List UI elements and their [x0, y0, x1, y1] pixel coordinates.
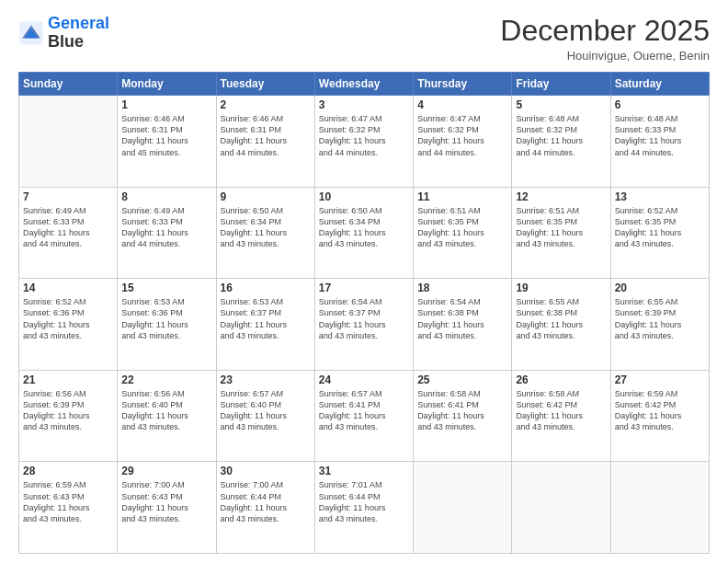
cell-info: Sunrise: 6:48 AM Sunset: 6:32 PM Dayligh… — [516, 113, 606, 158]
day-number: 5 — [516, 98, 606, 111]
day-number: 22 — [121, 373, 211, 386]
day-number: 12 — [516, 190, 606, 203]
day-number: 4 — [417, 98, 507, 111]
day-number: 8 — [121, 190, 211, 203]
day-number: 28 — [23, 465, 113, 477]
cell-info: Sunrise: 6:46 AM Sunset: 6:31 PM Dayligh… — [221, 113, 311, 158]
calendar-week-row: 1Sunrise: 6:46 AM Sunset: 6:31 PM Daylig… — [19, 96, 710, 188]
day-header-wednesday: Wednesday — [314, 73, 413, 96]
cell-info: Sunrise: 6:50 AM Sunset: 6:34 PM Dayligh… — [221, 205, 311, 250]
calendar-cell — [19, 96, 118, 188]
calendar-cell: 27Sunrise: 6:59 AM Sunset: 6:42 PM Dayli… — [610, 370, 709, 462]
cell-info: Sunrise: 7:00 AM Sunset: 6:44 PM Dayligh… — [221, 479, 311, 524]
calendar-cell: 13Sunrise: 6:52 AM Sunset: 6:35 PM Dayli… — [610, 187, 709, 279]
day-header-monday: Monday — [118, 73, 216, 96]
calendar-cell: 18Sunrise: 6:54 AM Sunset: 6:38 PM Dayli… — [414, 279, 512, 371]
day-number: 27 — [615, 373, 705, 386]
calendar-week-row: 28Sunrise: 6:59 AM Sunset: 6:43 PM Dayli… — [19, 462, 710, 554]
month-title: December 2025 — [500, 15, 710, 47]
day-number: 1 — [121, 98, 211, 111]
cell-info: Sunrise: 6:55 AM Sunset: 6:39 PM Dayligh… — [615, 296, 705, 341]
day-number: 16 — [221, 282, 311, 294]
day-number: 17 — [319, 282, 409, 294]
day-number: 6 — [615, 98, 705, 111]
cell-info: Sunrise: 6:59 AM Sunset: 6:42 PM Dayligh… — [615, 388, 705, 433]
calendar-cell: 15Sunrise: 6:53 AM Sunset: 6:36 PM Dayli… — [118, 279, 216, 371]
day-number: 19 — [516, 282, 606, 294]
day-number: 10 — [319, 190, 409, 203]
calendar-header-row: SundayMondayTuesdayWednesdayThursdayFrid… — [19, 73, 710, 96]
cell-info: Sunrise: 6:51 AM Sunset: 6:35 PM Dayligh… — [516, 205, 606, 250]
cell-info: Sunrise: 7:00 AM Sunset: 6:43 PM Dayligh… — [121, 479, 211, 524]
calendar-cell: 2Sunrise: 6:46 AM Sunset: 6:31 PM Daylig… — [216, 96, 314, 188]
header: General Blue December 2025 Houinvigue, O… — [18, 15, 710, 63]
day-number: 2 — [221, 98, 311, 111]
calendar-cell: 1Sunrise: 6:46 AM Sunset: 6:31 PM Daylig… — [118, 96, 216, 188]
calendar-cell — [512, 462, 610, 554]
calendar-cell: 3Sunrise: 6:47 AM Sunset: 6:32 PM Daylig… — [314, 96, 413, 188]
day-header-thursday: Thursday — [414, 73, 512, 96]
day-header-sunday: Sunday — [19, 73, 118, 96]
day-number: 29 — [121, 465, 211, 477]
day-number: 7 — [23, 190, 113, 203]
logo-icon — [18, 20, 44, 46]
calendar-cell: 17Sunrise: 6:54 AM Sunset: 6:37 PM Dayli… — [314, 279, 413, 371]
cell-info: Sunrise: 6:52 AM Sunset: 6:35 PM Dayligh… — [615, 205, 705, 250]
calendar-cell: 9Sunrise: 6:50 AM Sunset: 6:34 PM Daylig… — [216, 187, 314, 279]
calendar-cell: 31Sunrise: 7:01 AM Sunset: 6:44 PM Dayli… — [314, 462, 413, 554]
cell-info: Sunrise: 6:49 AM Sunset: 6:33 PM Dayligh… — [121, 205, 211, 250]
cell-info: Sunrise: 6:54 AM Sunset: 6:38 PM Dayligh… — [417, 296, 507, 341]
day-number: 31 — [319, 465, 409, 477]
cell-info: Sunrise: 6:53 AM Sunset: 6:37 PM Dayligh… — [221, 296, 311, 341]
calendar-cell: 29Sunrise: 7:00 AM Sunset: 6:43 PM Dayli… — [118, 462, 216, 554]
cell-info: Sunrise: 6:54 AM Sunset: 6:37 PM Dayligh… — [319, 296, 409, 341]
calendar-cell: 25Sunrise: 6:58 AM Sunset: 6:41 PM Dayli… — [414, 370, 512, 462]
cell-info: Sunrise: 6:51 AM Sunset: 6:35 PM Dayligh… — [417, 205, 507, 250]
day-number: 14 — [23, 282, 113, 294]
calendar-week-row: 21Sunrise: 6:56 AM Sunset: 6:39 PM Dayli… — [19, 370, 710, 462]
calendar-cell: 12Sunrise: 6:51 AM Sunset: 6:35 PM Dayli… — [512, 187, 610, 279]
day-number: 26 — [516, 373, 606, 386]
calendar-cell: 26Sunrise: 6:58 AM Sunset: 6:42 PM Dayli… — [512, 370, 610, 462]
day-number: 24 — [319, 373, 409, 386]
calendar-cell — [610, 462, 709, 554]
day-number: 13 — [615, 190, 705, 203]
day-number: 25 — [417, 373, 507, 386]
calendar-cell: 11Sunrise: 6:51 AM Sunset: 6:35 PM Dayli… — [414, 187, 512, 279]
cell-info: Sunrise: 6:46 AM Sunset: 6:31 PM Dayligh… — [121, 113, 211, 158]
location: Houinvigue, Oueme, Benin — [500, 49, 710, 63]
calendar-cell: 23Sunrise: 6:57 AM Sunset: 6:40 PM Dayli… — [216, 370, 314, 462]
calendar-cell: 28Sunrise: 6:59 AM Sunset: 6:43 PM Dayli… — [19, 462, 118, 554]
day-number: 15 — [121, 282, 211, 294]
calendar-cell: 6Sunrise: 6:48 AM Sunset: 6:33 PM Daylig… — [610, 96, 709, 188]
calendar-cell: 21Sunrise: 6:56 AM Sunset: 6:39 PM Dayli… — [19, 370, 118, 462]
logo-text: General Blue — [48, 15, 109, 52]
cell-info: Sunrise: 6:50 AM Sunset: 6:34 PM Dayligh… — [319, 205, 409, 250]
calendar-body: 1Sunrise: 6:46 AM Sunset: 6:31 PM Daylig… — [19, 96, 710, 554]
cell-info: Sunrise: 7:01 AM Sunset: 6:44 PM Dayligh… — [319, 479, 409, 524]
calendar-cell: 16Sunrise: 6:53 AM Sunset: 6:37 PM Dayli… — [216, 279, 314, 371]
cell-info: Sunrise: 6:53 AM Sunset: 6:36 PM Dayligh… — [121, 296, 211, 341]
day-number: 30 — [221, 465, 311, 477]
calendar-cell — [414, 462, 512, 554]
page: General Blue December 2025 Houinvigue, O… — [0, 0, 728, 563]
day-number: 18 — [417, 282, 507, 294]
calendar-cell: 10Sunrise: 6:50 AM Sunset: 6:34 PM Dayli… — [314, 187, 413, 279]
cell-info: Sunrise: 6:56 AM Sunset: 6:39 PM Dayligh… — [23, 388, 113, 433]
calendar-cell: 5Sunrise: 6:48 AM Sunset: 6:32 PM Daylig… — [512, 96, 610, 188]
calendar-cell: 8Sunrise: 6:49 AM Sunset: 6:33 PM Daylig… — [118, 187, 216, 279]
calendar-cell: 30Sunrise: 7:00 AM Sunset: 6:44 PM Dayli… — [216, 462, 314, 554]
cell-info: Sunrise: 6:57 AM Sunset: 6:41 PM Dayligh… — [319, 388, 409, 433]
day-header-friday: Friday — [512, 73, 610, 96]
calendar-week-row: 14Sunrise: 6:52 AM Sunset: 6:36 PM Dayli… — [19, 279, 710, 371]
calendar-table: SundayMondayTuesdayWednesdayThursdayFrid… — [18, 72, 710, 554]
logo: General Blue — [18, 15, 109, 52]
cell-info: Sunrise: 6:55 AM Sunset: 6:38 PM Dayligh… — [516, 296, 606, 341]
calendar-cell: 22Sunrise: 6:56 AM Sunset: 6:40 PM Dayli… — [118, 370, 216, 462]
day-number: 20 — [615, 282, 705, 294]
cell-info: Sunrise: 6:52 AM Sunset: 6:36 PM Dayligh… — [23, 296, 113, 341]
cell-info: Sunrise: 6:47 AM Sunset: 6:32 PM Dayligh… — [319, 113, 409, 158]
cell-info: Sunrise: 6:58 AM Sunset: 6:42 PM Dayligh… — [516, 388, 606, 433]
calendar-cell: 4Sunrise: 6:47 AM Sunset: 6:32 PM Daylig… — [414, 96, 512, 188]
title-block: December 2025 Houinvigue, Oueme, Benin — [500, 15, 710, 63]
